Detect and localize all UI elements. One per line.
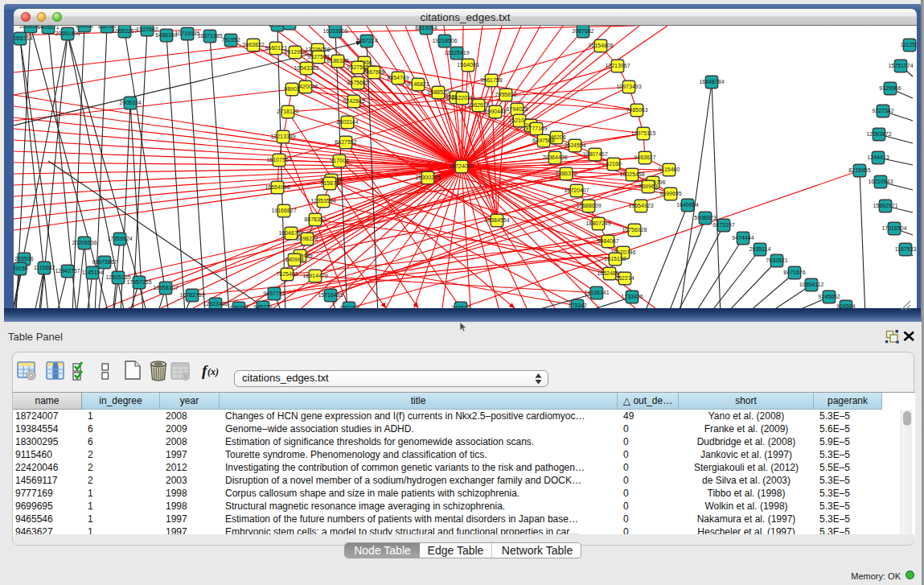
svg-text:16107554: 16107554 [266,157,291,163]
svg-text:1733426: 1733426 [621,294,643,299]
svg-text:15720407: 15720407 [564,187,589,193]
svg-text:16654966: 16654966 [265,184,290,190]
svg-text:9329966: 9329966 [879,85,901,91]
svg-text:106532: 106532 [75,26,93,28]
svg-text:20364436: 20364436 [542,154,567,160]
svg-text:9699695: 9699695 [659,191,681,196]
svg-text:17957255: 17957255 [126,279,151,285]
svg-text:15692971: 15692971 [873,203,897,208]
svg-text:7386372: 7386372 [555,171,577,176]
svg-text:16154808: 16154808 [588,43,613,48]
svg-text:90975867: 90975867 [92,259,117,265]
svg-text:243502: 243502 [451,305,470,308]
svg-text:8822039: 8822039 [451,95,473,101]
svg-text:2803144: 2803144 [336,119,358,125]
svg-text:12093872: 12093872 [866,131,891,137]
svg-text:1615132: 1615132 [604,256,626,262]
svg-text:10807467: 10807467 [582,151,607,157]
svg-text:12213967: 12213967 [605,63,630,68]
svg-text:16914479: 16914479 [302,273,327,278]
svg-text:924564: 924564 [836,303,855,308]
svg-text:98901: 98901 [284,86,300,92]
svg-text:16671385: 16671385 [197,33,222,39]
svg-text:8186328: 8186328 [326,58,348,64]
svg-text:6497508: 6497508 [532,138,554,143]
svg-text:252214: 252214 [615,275,634,281]
svg-text:2087682: 2087682 [572,28,593,34]
svg-text:14136141: 14136141 [584,290,609,295]
svg-text:20206536: 20206536 [72,240,97,245]
svg-text:7663822: 7663822 [242,42,264,47]
svg-text:8813054: 8813054 [415,26,437,31]
svg-text:7625402: 7625402 [276,271,298,277]
svg-text:(x): (x) [207,366,219,377]
svg-text:9474444: 9474444 [732,235,754,241]
svg-text:17359924: 17359924 [107,236,132,241]
svg-text:1527602: 1527602 [136,27,158,32]
svg-text:18807249: 18807249 [585,220,610,226]
svg-text:9245652: 9245652 [818,294,840,299]
svg-text:12923446: 12923446 [203,301,228,307]
svg-text:2718120: 2718120 [277,109,298,114]
svg-text:9227342: 9227342 [872,108,893,113]
svg-text:751552: 751552 [221,37,240,43]
svg-text:10719185: 10719185 [175,31,199,36]
svg-text:2867608: 2867608 [363,69,384,75]
svg-text:7357224: 7357224 [355,38,377,43]
svg-text:173342: 173342 [568,303,586,308]
svg-text:25300215: 25300215 [415,175,440,180]
svg-text:3624554: 3624554 [564,142,585,148]
svg-text:5698222: 5698222 [296,236,318,241]
svg-text:16782759: 16782759 [179,292,204,298]
svg-text:1564093: 1564093 [457,62,478,68]
svg-text:7485063: 7485063 [626,107,647,113]
svg-text:62160: 62160 [606,161,622,167]
svg-text:111253: 111253 [901,42,917,47]
svg-text:1362615: 1362615 [467,102,489,108]
svg-text:10025458: 10025458 [619,171,644,177]
svg-text:945779: 945779 [253,304,272,308]
svg-text:969969: 969969 [639,183,657,189]
svg-text:18724007: 18724007 [449,163,474,169]
svg-text:9457791: 9457791 [263,290,285,296]
svg-text:20691406: 20691406 [55,31,80,36]
svg-text:8990448: 8990448 [484,109,506,114]
svg-text:10543382: 10543382 [294,65,318,71]
svg-text:19384554: 19384554 [484,217,509,223]
svg-text:12942757: 12942757 [55,268,80,274]
svg-text:10958107: 10958107 [153,285,178,290]
svg-text:9961758: 9961758 [480,77,502,83]
svg-text:1640954: 1640954 [676,202,698,208]
svg-text:13325419: 13325419 [444,50,469,56]
svg-text:16046798: 16046798 [278,230,303,236]
svg-text:1115682: 1115682 [34,265,55,270]
svg-text:10653267: 10653267 [112,28,137,34]
svg-text:2935114: 2935114 [749,246,771,252]
svg-text:3675685: 3675685 [347,80,368,85]
svg-text:9242845: 9242845 [343,98,364,104]
svg-text:8878352: 8878352 [304,216,326,222]
svg-text:1145194: 1145194 [82,270,104,275]
svg-text:1405571: 1405571 [37,26,59,30]
svg-text:16033809: 16033809 [322,28,347,34]
svg-text:917004: 917004 [330,158,348,163]
svg-text:19218506: 19218506 [432,38,457,43]
svg-text:15751074: 15751074 [888,63,913,68]
svg-text:10756928: 10756928 [622,227,647,233]
svg-text:9115460: 9115460 [659,167,680,172]
svg-text:17016504: 17016504 [881,225,906,231]
svg-text:12975115: 12975115 [631,130,656,136]
svg-text:157164: 157164 [339,305,358,308]
svg-text:1167533: 1167533 [895,246,917,252]
svg-text:8471676: 8471676 [783,270,805,275]
svg-text:8427552: 8427552 [335,139,356,145]
svg-text:12213389: 12213389 [270,134,295,139]
svg-text:9777169: 9777169 [525,126,547,131]
svg-text:7955812: 7955812 [495,92,516,97]
svg-text:39159: 39159 [14,266,28,271]
svg-text:9084067: 9084067 [597,238,618,244]
svg-text:8912954: 8912954 [284,49,306,55]
svg-text:1244413: 1244413 [867,154,889,160]
svg-text:16210643: 16210643 [868,179,893,184]
svg-text:8454749: 8454749 [387,75,409,80]
